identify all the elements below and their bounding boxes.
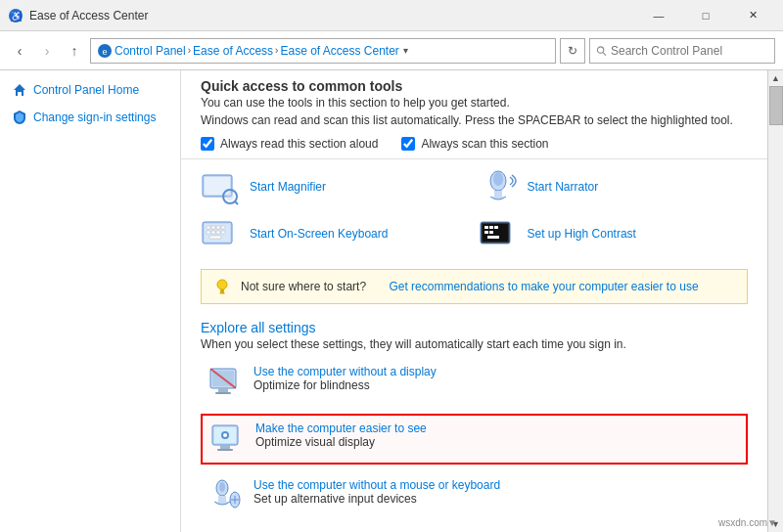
svg-rect-46 xyxy=(217,449,233,451)
narrator-icon xyxy=(479,167,518,206)
content-area: Quick access to common tools You can use… xyxy=(181,70,767,532)
close-button[interactable]: ✕ xyxy=(730,0,775,31)
sidebar-label-control-panel-home: Control Panel Home xyxy=(33,83,139,97)
search-box[interactable] xyxy=(589,38,775,64)
svg-rect-28 xyxy=(489,226,493,229)
svg-rect-35 xyxy=(220,292,225,294)
address-bar: ‹ › ↑ e Control Panel › Ease of Access ›… xyxy=(0,31,783,70)
sidebar-item-control-panel-home[interactable]: Control Panel Home xyxy=(0,78,180,102)
hint-bulb-icon xyxy=(213,278,231,295)
svg-rect-32 xyxy=(487,236,499,239)
tool-keyboard[interactable]: Start On-Screen Keyboard xyxy=(201,214,471,253)
scroll-thumb[interactable] xyxy=(769,86,783,125)
svg-rect-31 xyxy=(489,231,493,234)
quick-tools-title: Quick access to common tools xyxy=(201,78,748,94)
hint-bar: Not sure where to start? Get recommendat… xyxy=(201,269,748,304)
scroll-down-button[interactable]: ▼ xyxy=(768,516,784,532)
magnifier-icon xyxy=(201,167,240,206)
svg-rect-27 xyxy=(484,226,488,229)
back-button[interactable]: ‹ xyxy=(8,39,31,63)
hint-text: Not sure where to start? xyxy=(241,280,366,293)
svg-rect-21 xyxy=(211,231,215,234)
keyboard-label[interactable]: Start On-Screen Keyboard xyxy=(250,227,388,241)
svg-rect-19 xyxy=(221,226,225,229)
svg-rect-18 xyxy=(216,226,220,229)
setting-no-display-text: Use the computer without a display Optim… xyxy=(253,365,437,392)
svg-rect-22 xyxy=(216,231,220,234)
setting-easier-to-see[interactable]: Make the computer easier to see Optimize… xyxy=(201,414,748,465)
quick-tools-desc1: You can use the tools in this section to… xyxy=(201,94,748,111)
setting-no-mouse[interactable]: Use the computer without a mouse or keyb… xyxy=(201,472,748,519)
setting-no-mouse-desc: Set up alternative input devices xyxy=(253,492,417,506)
svg-line-9 xyxy=(235,201,238,204)
explore-desc: When you select these settings, they wil… xyxy=(201,337,748,351)
refresh-button[interactable]: ↻ xyxy=(560,38,585,64)
svg-rect-24 xyxy=(209,236,221,239)
svg-rect-29 xyxy=(494,226,498,229)
scroll-up-button[interactable]: ▲ xyxy=(768,70,784,86)
up-button[interactable]: ↑ xyxy=(63,39,86,63)
svg-rect-16 xyxy=(207,226,210,229)
checkbox-scan[interactable]: Always scan this section xyxy=(401,137,548,151)
svg-text:♿: ♿ xyxy=(10,10,23,22)
address-breadcrumb[interactable]: e Control Panel › Ease of Access › Ease … xyxy=(90,38,556,64)
easier-to-see-icon xyxy=(210,421,246,457)
svg-text:e: e xyxy=(102,47,107,57)
setting-no-mouse-text: Use the computer without a mouse or keyb… xyxy=(253,478,500,506)
sidebar: Control Panel Home Change sign-in settin… xyxy=(0,70,181,532)
setting-no-display[interactable]: Use the computer without a display Optim… xyxy=(201,359,748,406)
breadcrumb-ease-of-access[interactable]: Ease of Access xyxy=(193,44,273,58)
svg-rect-30 xyxy=(484,231,488,234)
high-contrast-label[interactable]: Set up High Contrast xyxy=(528,227,636,241)
setting-mouse-easier[interactable]: Make the mouse easier to use Adjust sett… xyxy=(201,527,748,532)
checkbox-scan-input[interactable] xyxy=(401,137,415,151)
svg-line-5 xyxy=(603,52,606,55)
no-display-icon xyxy=(208,365,244,400)
scroll-track[interactable] xyxy=(769,86,783,516)
tool-magnifier[interactable]: Start Magnifier xyxy=(201,167,471,206)
svg-point-12 xyxy=(493,172,503,186)
svg-point-44 xyxy=(223,433,227,437)
breadcrumb-control-panel[interactable]: Control Panel xyxy=(115,44,186,58)
svg-rect-13 xyxy=(494,191,502,197)
title-bar: ♿ Ease of Access Center — □ ✕ xyxy=(0,0,783,31)
shield-icon xyxy=(12,110,27,125)
svg-point-4 xyxy=(597,46,603,52)
quick-tools-desc2: Windows can read and scan this list auto… xyxy=(201,111,748,129)
minimize-button[interactable]: — xyxy=(636,0,681,31)
setting-easier-to-see-text: Make the computer easier to see Optimize… xyxy=(255,421,427,449)
svg-point-48 xyxy=(219,482,225,492)
scrollbar[interactable]: ▲ ▼ xyxy=(767,70,783,532)
magnifier-label[interactable]: Start Magnifier xyxy=(250,180,326,194)
checkbox-read-aloud-label: Always read this section aloud xyxy=(220,137,378,151)
tool-narrator[interactable]: Start Narrator xyxy=(479,167,749,206)
tool-high-contrast[interactable]: Set up High Contrast xyxy=(479,214,749,253)
breadcrumb-ease-of-access-center[interactable]: Ease of Access Center xyxy=(280,44,398,58)
setting-easier-to-see-link[interactable]: Make the computer easier to see xyxy=(255,421,427,435)
sidebar-label-change-signin: Change sign-in settings xyxy=(33,111,156,124)
quick-tools-header: Quick access to common tools You can use… xyxy=(181,70,767,159)
home-icon xyxy=(12,82,27,98)
svg-point-10 xyxy=(226,193,234,200)
search-icon xyxy=(596,45,607,57)
setting-no-mouse-link[interactable]: Use the computer without a mouse or keyb… xyxy=(253,478,500,492)
setting-easier-to-see-desc: Optimize visual display xyxy=(255,435,375,449)
window-controls: — □ ✕ xyxy=(636,0,775,31)
svg-rect-45 xyxy=(220,445,230,449)
checkbox-read-aloud-input[interactable] xyxy=(201,137,214,151)
checkbox-scan-label: Always scan this section xyxy=(421,137,548,151)
checkbox-read-aloud[interactable]: Always read this section aloud xyxy=(201,137,378,151)
narrator-label[interactable]: Start Narrator xyxy=(528,180,599,194)
tools-grid: Start Magnifier Start Narrator xyxy=(181,159,767,265)
explore-title: Explore all settings xyxy=(201,320,748,335)
svg-rect-49 xyxy=(218,496,226,502)
hint-link[interactable]: Get recommendations to make your compute… xyxy=(389,280,698,293)
setting-no-display-link[interactable]: Use the computer without a display xyxy=(253,365,437,378)
no-mouse-icon xyxy=(208,478,244,513)
maximize-button[interactable]: □ xyxy=(683,0,728,31)
sidebar-item-change-signin[interactable]: Change sign-in settings xyxy=(0,106,180,129)
svg-rect-17 xyxy=(211,226,215,229)
search-input[interactable] xyxy=(611,44,768,58)
high-contrast-icon xyxy=(479,214,518,253)
forward-button[interactable]: › xyxy=(35,39,59,63)
